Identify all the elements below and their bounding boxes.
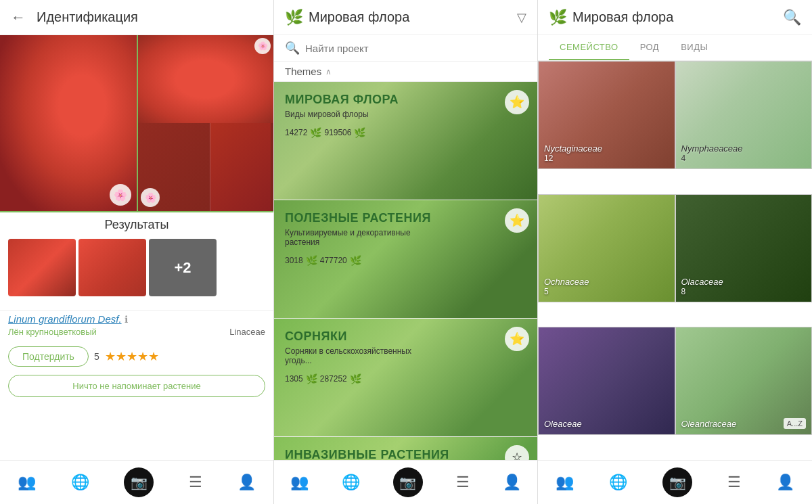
flora-projects-panel: 🌿 Мировая флора ▽ 🔍 Themes ∧ МИРОВАЯ ФЛО… <box>274 0 538 504</box>
project-stats: 14272 🌿 919506 🌿 <box>285 127 526 138</box>
projects-list: МИРОВАЯ ФЛОРА Виды мировой флоры 14272 🌿… <box>274 82 537 460</box>
project-name: ИНВАЗИВНЫЕ РАСТЕНИЯ <box>285 448 526 460</box>
search-icon: 🔍 <box>285 41 300 55</box>
filter-icon[interactable]: ▽ <box>517 10 526 25</box>
cell-label: Oleaceae <box>544 419 669 429</box>
search-input[interactable] <box>305 43 526 54</box>
rating-stars: ★★★★★ <box>105 349 159 364</box>
panel1-bottom-nav: 👥 🌐 📷 ☰ 👤 <box>0 460 273 504</box>
nav-people-icon[interactable]: 👥 <box>290 474 309 491</box>
stat2: 919506 <box>324 128 351 137</box>
panel2-header: 🌿 Мировая флора ▽ <box>274 0 537 35</box>
flower-decoration-1: 🌸 <box>110 184 131 206</box>
identification-panel: ← Идентификация 🌸 🌸 🌸 Результаты +2 <box>0 0 274 504</box>
grid-cell-ochnaceae[interactable]: Ochnaceae 5 <box>538 194 675 302</box>
species-family: Linaceae <box>229 327 265 337</box>
nav-camera-button[interactable]: 📷 <box>393 467 423 497</box>
nav-menu-icon[interactable]: ☰ <box>456 474 470 491</box>
photo-main: 🌸 <box>0 35 137 211</box>
species-detail: Лён крупноцветковый Linaceae <box>8 327 265 337</box>
species-info: Linum grandiflorum Desf. ℹ Лён крупноцве… <box>0 310 273 341</box>
flora-logo-icon: 🌿 <box>285 9 303 26</box>
az-badge: A...Z <box>784 418 806 429</box>
result-thumb-1[interactable] <box>8 239 76 296</box>
star-button[interactable]: ⭐ <box>505 208 529 233</box>
nav-globe-icon[interactable]: 🌐 <box>342 474 360 491</box>
nav-globe-icon[interactable]: 🌐 <box>609 474 627 491</box>
panel1-header: ← Идентификация <box>0 0 273 35</box>
project-stats: 3018 🌿 477720 🌿 <box>285 255 526 266</box>
star-button[interactable]: ⭐ <box>505 90 529 114</box>
project-name: ПОЛЕЗНЫЕ РАСТЕНИЯ <box>285 211 526 225</box>
nav-user-icon[interactable]: 👤 <box>238 474 256 491</box>
cell-label: Ochnaceae 5 <box>544 277 669 296</box>
nav-camera-button[interactable]: 📷 <box>124 467 154 497</box>
project-content: СОРНЯКИ Сорняки в сельскохозяйственных у… <box>274 319 537 436</box>
info-icon[interactable]: ℹ <box>125 314 128 325</box>
nav-menu-icon[interactable]: ☰ <box>189 474 202 491</box>
result-thumb-2[interactable] <box>78 239 146 296</box>
project-item[interactable]: ИНВАЗИВНЫЕ РАСТЕНИЯ ☆ <box>274 437 537 460</box>
leaf-icon: 🌿 <box>310 127 321 138</box>
project-name: СОРНЯКИ <box>285 329 526 344</box>
flower-decoration-2: 🌸 <box>254 38 271 54</box>
rating-number: 5 <box>94 351 99 362</box>
species-name[interactable]: Linum grandiflorum Desf. <box>8 313 122 325</box>
project-item[interactable]: МИРОВАЯ ФЛОРА Виды мировой флоры 14272 🌿… <box>274 82 537 200</box>
photo-grid: 🌸 🌸 🌸 <box>0 35 273 211</box>
cell-label: Nymphaeaceae 4 <box>681 143 807 163</box>
family-grid: Nyctaginaceae 12 Nymphaeaceae 4 Ochnacea… <box>538 61 812 460</box>
confirm-button[interactable]: Подтердить <box>8 346 89 367</box>
leaf-icon-2: 🌿 <box>350 255 361 266</box>
photo-bottom-right: 🌸 <box>137 123 273 211</box>
leaf-icon-2: 🌿 <box>354 127 365 138</box>
themes-row: Themes ∧ <box>274 62 537 82</box>
leaf-icon-2: 🌿 <box>350 373 361 384</box>
stat1: 3018 <box>285 256 303 265</box>
results-thumbs: +2 <box>8 239 265 296</box>
nav-people-icon[interactable]: 👥 <box>556 474 574 491</box>
leaf-icon: 🌿 <box>306 373 317 384</box>
nav-camera-button[interactable]: 📷 <box>662 467 692 497</box>
nav-user-icon[interactable]: 👤 <box>503 474 521 491</box>
project-desc: Сорняки в сельскохозяйственных угодь... <box>285 346 420 365</box>
nav-user-icon[interactable]: 👤 <box>776 474 794 491</box>
themes-label[interactable]: Themes <box>285 66 321 77</box>
nav-globe-icon[interactable]: 🌐 <box>71 474 89 491</box>
grid-cell-nymphaeaceae[interactable]: Nymphaeaceae 4 <box>675 61 813 169</box>
search-bar: 🔍 <box>274 35 537 62</box>
project-item[interactable]: ПОЛЕЗНЫЕ РАСТЕНИЯ Культивируемые и декор… <box>274 200 537 319</box>
panel3-bottom-nav: 👥 🌐 📷 ☰ 👤 <box>538 460 812 504</box>
grid-cell-oleaceae[interactable]: Oleaceae <box>538 327 675 435</box>
nav-people-icon[interactable]: 👥 <box>18 474 36 491</box>
stat1: 1305 <box>285 374 303 384</box>
panel3-tabs: СЕМЕЙСТВО РОД ВИДЫ <box>538 35 812 61</box>
grid-cell-nyctaginaceae[interactable]: Nyctaginaceae 12 <box>538 61 675 169</box>
cell-label: Nyctaginaceae 12 <box>544 143 669 163</box>
nothing-button[interactable]: Ничто не напоминает растение <box>8 375 265 397</box>
tab-family[interactable]: СЕМЕЙСТВО <box>549 35 629 60</box>
grid-cell-olacaceae[interactable]: Olacaceae 8 <box>675 194 813 302</box>
confirm-row: Подтердить 5 ★★★★★ <box>0 341 273 372</box>
flora-grid-panel: 🌿 Мировая флора 🔍 СЕМЕЙСТВО РОД ВИДЫ Nyc… <box>538 0 812 504</box>
flora-logo-icon: 🌿 <box>549 9 567 26</box>
star-button[interactable]: ⭐ <box>505 327 529 351</box>
stat2: 477720 <box>320 256 347 265</box>
photo-top-right: 🌸 <box>137 35 273 123</box>
species-ru-name: Лён крупноцветковый <box>8 327 97 337</box>
panel2-bottom-nav: 👥 🌐 📷 ☰ 👤 <box>274 460 537 504</box>
stat1: 14272 <box>285 128 307 137</box>
nav-menu-icon[interactable]: ☰ <box>727 474 741 491</box>
tab-genus[interactable]: РОД <box>629 35 671 60</box>
search-icon-right[interactable]: 🔍 <box>783 9 801 26</box>
result-thumb-more[interactable]: +2 <box>149 239 217 296</box>
grid-cell-oleandraceae[interactable]: Oleandraceae A...Z <box>675 327 813 435</box>
project-item[interactable]: СОРНЯКИ Сорняки в сельскохозяйственных у… <box>274 319 537 437</box>
cell-label: Olacaceae 8 <box>681 277 807 296</box>
panel2-title: Мировая флора <box>309 9 409 25</box>
results-title: Результаты <box>8 218 265 232</box>
panel3-title: Мировая флора <box>572 9 673 25</box>
project-desc: Культивируемые и декоративные растения <box>285 228 420 247</box>
tab-species[interactable]: ВИДЫ <box>670 35 719 60</box>
back-icon[interactable]: ← <box>11 9 26 26</box>
